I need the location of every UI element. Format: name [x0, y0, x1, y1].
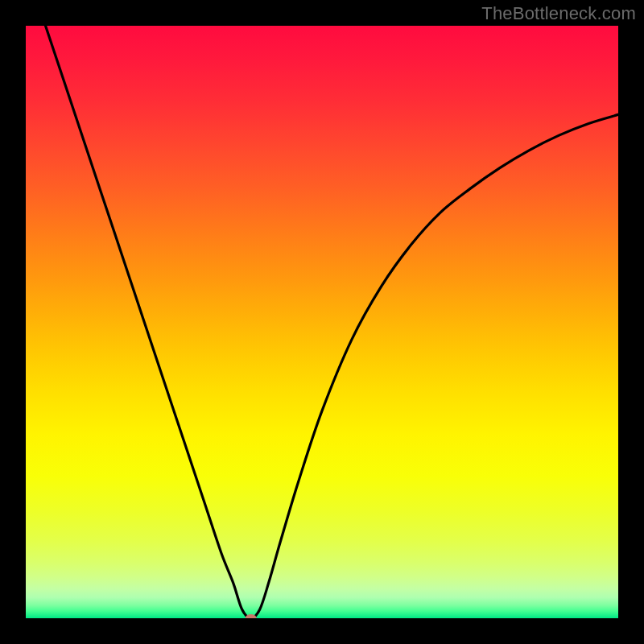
- bottleneck-chart-svg: [26, 26, 618, 618]
- chart-frame: TheBottleneck.com: [0, 0, 644, 644]
- watermark-text: TheBottleneck.com: [481, 3, 636, 24]
- plot-area: [26, 26, 618, 618]
- gradient-background: [26, 26, 618, 618]
